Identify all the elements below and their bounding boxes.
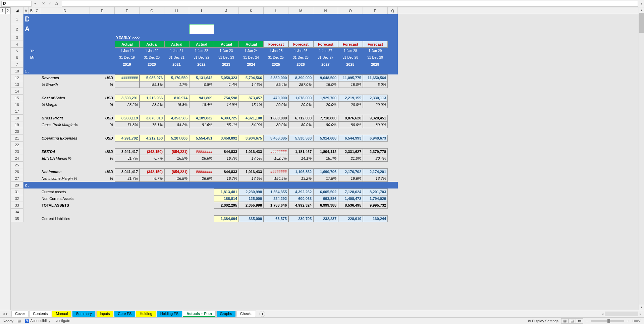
cell[interactable]: [90, 209, 115, 215]
cell[interactable]: [189, 202, 214, 209]
cell[interactable]: 84.2%: [164, 121, 189, 128]
cell[interactable]: -26.6%: [189, 155, 214, 162]
cell[interactable]: [40, 54, 90, 61]
cell[interactable]: [29, 135, 34, 142]
cell[interactable]: Forecast: [313, 41, 338, 48]
cell[interactable]: Actual: [140, 41, 164, 48]
cell[interactable]: 9,995,732: [363, 202, 388, 209]
col-header[interactable]: K: [239, 7, 264, 14]
cell[interactable]: 993,886: [313, 195, 338, 202]
cell[interactable]: 17.5%: [239, 175, 264, 182]
tab-first-icon[interactable]: ◂: [3, 312, 5, 316]
cell[interactable]: [115, 202, 140, 209]
cell[interactable]: [164, 88, 189, 95]
cell[interactable]: USD: [90, 74, 115, 81]
cell[interactable]: [189, 162, 214, 168]
cell[interactable]: [388, 115, 398, 121]
cell[interactable]: [388, 41, 398, 48]
cell[interactable]: -26.6%: [189, 175, 214, 182]
cell[interactable]: 2,174,201: [363, 168, 388, 175]
cell[interactable]: [34, 41, 40, 48]
zoom-slider[interactable]: [591, 320, 624, 322]
cell[interactable]: [34, 34, 40, 41]
cell[interactable]: [288, 14, 313, 24]
cell[interactable]: 80.0%: [313, 121, 338, 128]
cell[interactable]: 3,904,675: [239, 135, 264, 142]
select-all-corner[interactable]: ◢: [11, 7, 23, 14]
cell[interactable]: [313, 14, 338, 24]
cell[interactable]: 80.0%: [363, 121, 388, 128]
cell[interactable]: [239, 24, 264, 34]
cell[interactable]: [388, 68, 398, 74]
cell[interactable]: 28.2%: [115, 101, 140, 108]
cell[interactable]: ########: [264, 168, 288, 175]
cell[interactable]: 188,814: [214, 195, 239, 202]
cell[interactable]: [214, 162, 239, 168]
cell[interactable]: [313, 108, 338, 115]
formula-input[interactable]: [62, 1, 638, 7]
cell[interactable]: -16.5%: [164, 155, 189, 162]
cell[interactable]: [29, 81, 34, 88]
cell[interactable]: [23, 128, 29, 135]
cell[interactable]: [34, 108, 40, 115]
cell[interactable]: [34, 162, 40, 168]
cell[interactable]: 31-Dec-23: [214, 54, 239, 61]
row-header[interactable]: 24: [11, 155, 23, 162]
cell[interactable]: 5,530,533: [288, 135, 313, 142]
cell[interactable]: Current Liabilities: [40, 215, 90, 222]
cell[interactable]: [313, 162, 338, 168]
col-header[interactable]: D: [40, 7, 90, 14]
row-header[interactable]: 14: [11, 88, 23, 95]
cell[interactable]: [34, 48, 40, 54]
cell[interactable]: 9,648,500: [313, 74, 338, 81]
cell[interactable]: %: [90, 81, 115, 88]
cell[interactable]: 3,870,010: [140, 115, 164, 121]
cell[interactable]: [40, 24, 90, 34]
cell[interactable]: [388, 14, 398, 24]
cell[interactable]: [288, 34, 313, 41]
row-header[interactable]: 31: [11, 188, 23, 195]
cell[interactable]: [90, 202, 115, 209]
cell[interactable]: [40, 61, 90, 68]
cell[interactable]: [338, 68, 363, 74]
cell[interactable]: 1.7%: [164, 81, 189, 88]
cell[interactable]: [29, 95, 34, 101]
zoom-out-icon[interactable]: −: [586, 319, 588, 323]
cell[interactable]: 2026: [288, 61, 313, 68]
hscroll-right-icon[interactable]: ▸: [640, 312, 641, 316]
cell[interactable]: [338, 128, 363, 135]
cell[interactable]: (854,221): [164, 148, 189, 155]
cell[interactable]: [164, 215, 189, 222]
cell[interactable]: 21.0%: [338, 155, 363, 162]
cell[interactable]: [140, 68, 164, 74]
cell[interactable]: [189, 188, 214, 195]
cell[interactable]: [189, 128, 214, 135]
cell[interactable]: [23, 135, 29, 142]
cell[interactable]: [34, 215, 40, 222]
cell[interactable]: %: [90, 175, 115, 182]
cell[interactable]: [164, 202, 189, 209]
row-header[interactable]: 23: [11, 148, 23, 155]
cell[interactable]: 224,292: [264, 195, 288, 202]
normal-view-icon[interactable]: ▦: [561, 318, 569, 324]
cell[interactable]: [338, 88, 363, 95]
cell[interactable]: 1,106,352: [288, 168, 313, 175]
cell[interactable]: [363, 24, 388, 34]
cell[interactable]: [23, 101, 29, 108]
cell[interactable]: [40, 182, 90, 188]
cell[interactable]: [29, 41, 34, 48]
sheet-tab[interactable]: Contents: [29, 311, 51, 317]
cell[interactable]: [23, 54, 29, 61]
cell[interactable]: 1-Jan-23: [214, 48, 239, 54]
cell[interactable]: [40, 142, 90, 148]
cell[interactable]: [23, 115, 29, 121]
cell[interactable]: 1-Jan-19: [115, 48, 140, 54]
cell[interactable]: [29, 128, 34, 135]
cell[interactable]: 1-Jan-25: [264, 48, 288, 54]
cell[interactable]: [29, 24, 34, 34]
cell[interactable]: % Margin: [40, 101, 90, 108]
display-settings[interactable]: 🖥 Display Settings: [527, 319, 558, 323]
cell[interactable]: [288, 88, 313, 95]
cell[interactable]: ########: [189, 148, 214, 155]
cell[interactable]: [23, 48, 29, 54]
